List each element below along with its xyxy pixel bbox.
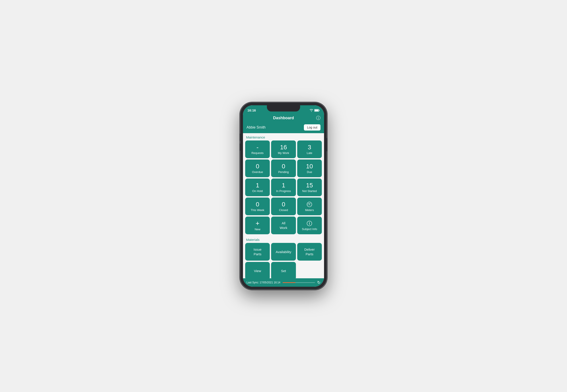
tile-subject-info-label: Subject Info [302,227,317,231]
tile-set[interactable]: Set [271,262,296,278]
tile-issue-parts-label: IssueParts [254,247,262,256]
tile-new[interactable]: + New [245,217,270,234]
tile-closed[interactable]: 0 Closed [271,197,296,215]
header-info-icon[interactable]: ⓘ [316,115,320,121]
tile-not-started-label: Not Started [302,189,317,193]
maintenance-section-label: Maintenance [243,133,324,140]
maintenance-grid: - Requests 16 My Work 3 Late 0 Overdue [243,140,324,236]
tile-meters[interactable]: Meters [297,197,322,215]
info-circle-icon [306,220,313,226]
tile-subject-info[interactable]: Subject Info [297,217,322,234]
speedometer-icon [306,201,313,208]
tile-due-value: 10 [306,163,313,169]
tile-in-progress[interactable]: 1 In Progress [271,179,296,196]
main-content: Maintenance - Requests 16 My Work 3 Late [243,133,324,278]
tile-in-progress-value: 1 [282,182,285,188]
tile-overdue[interactable]: 0 Overdue [245,159,270,177]
status-icons [310,109,320,112]
tile-overdue-label: Overdue [252,170,263,174]
sync-text: Last Sync: 17/05/2021 16:14 [247,281,280,284]
tile-pending-label: Pending [278,170,289,174]
sync-icon[interactable]: ↻ [317,280,320,285]
power-button [327,138,328,151]
battery-icon [314,109,320,112]
tile-requests[interactable]: - Requests [245,140,270,158]
user-name: Abbie Smith [247,126,266,129]
tile-new-label: New [255,228,260,231]
tile-my-work-label: My Work [278,151,289,155]
wifi-icon [310,109,313,112]
tile-all-work-label: AllWork [280,221,287,230]
tile-on-hold[interactable]: 1 On Hold [245,179,270,196]
tile-late[interactable]: 3 Late [297,140,322,158]
materials-section-label: Materials [243,236,324,243]
tile-closed-value: 0 [282,201,285,208]
tile-my-work-value: 16 [280,144,287,150]
tile-view[interactable]: View [245,262,270,278]
tile-due-label: Due [307,170,312,174]
user-bar: Abbie Smith Log out [243,123,324,133]
logout-button[interactable]: Log out [304,124,320,130]
tile-all-work[interactable]: AllWork [271,217,296,234]
svg-point-8 [309,222,310,222]
sync-progress-fill [283,282,296,283]
notch [267,105,300,112]
tile-availability[interactable]: Availability [271,243,296,261]
volume-down-button [239,144,240,151]
tile-pending-value: 0 [282,163,285,169]
sync-progress-bar [283,282,315,283]
tile-on-hold-label: On Hold [252,189,263,193]
tile-this-week[interactable]: 0 This Week [245,197,270,215]
tile-due[interactable]: 10 Due [297,159,322,177]
tile-in-progress-label: In Progress [276,189,291,193]
svg-point-5 [309,204,310,205]
header-title: Dashboard [273,116,294,120]
tile-set-label: Set [281,269,286,273]
tile-on-hold-value: 1 [256,182,259,188]
tile-not-started[interactable]: 15 Not Started [297,179,322,196]
tile-my-work[interactable]: 16 My Work [271,140,296,158]
tile-pending[interactable]: 0 Pending [271,159,296,177]
phone-frame: 16:16 Dashboard ⓘ Abbie Smith [240,103,327,289]
tile-deliver-parts[interactable]: DeliverParts [297,243,322,261]
status-time: 16:16 [247,108,256,112]
tile-new-icon: + [256,220,260,227]
tile-overdue-value: 0 [256,163,259,169]
tile-not-started-value: 15 [306,182,313,188]
tile-view-label: View [254,269,261,273]
tile-requests-value: - [256,144,258,150]
header: Dashboard ⓘ [243,113,324,123]
svg-rect-2 [315,110,318,111]
tile-availability-label: Availability [276,250,291,254]
tile-late-value: 3 [308,144,311,150]
tile-this-week-label: This Week [251,208,264,212]
tile-late-label: Late [307,151,312,155]
tile-this-week-value: 0 [256,201,259,208]
svg-rect-1 [319,110,320,111]
tile-meters-label: Meters [305,208,314,212]
tile-requests-label: Requests [251,151,264,155]
bottom-bar: Last Sync: 17/05/2021 16:14 ↻ [243,278,324,287]
volume-up-button [239,134,240,141]
tile-closed-label: Closed [279,208,288,212]
materials-grid: IssueParts Availability DeliverParts Vie… [243,243,324,278]
tile-issue-parts[interactable]: IssueParts [245,243,270,261]
phone-screen: 16:16 Dashboard ⓘ Abbie Smith [243,105,324,287]
tile-deliver-parts-label: DeliverParts [304,247,315,256]
